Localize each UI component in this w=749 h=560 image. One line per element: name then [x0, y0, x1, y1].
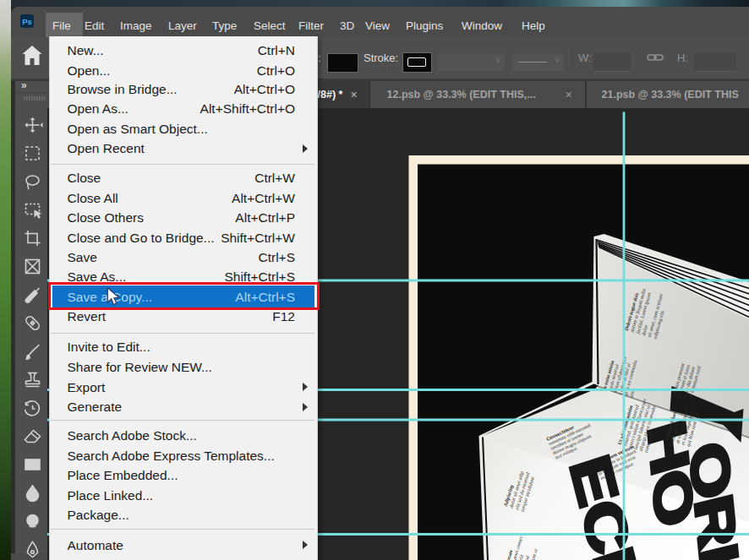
svg-text:ORI: ORI: [678, 436, 749, 560]
svg-text:»: »: [21, 79, 27, 91]
svg-text:Ps: Ps: [22, 17, 32, 26]
